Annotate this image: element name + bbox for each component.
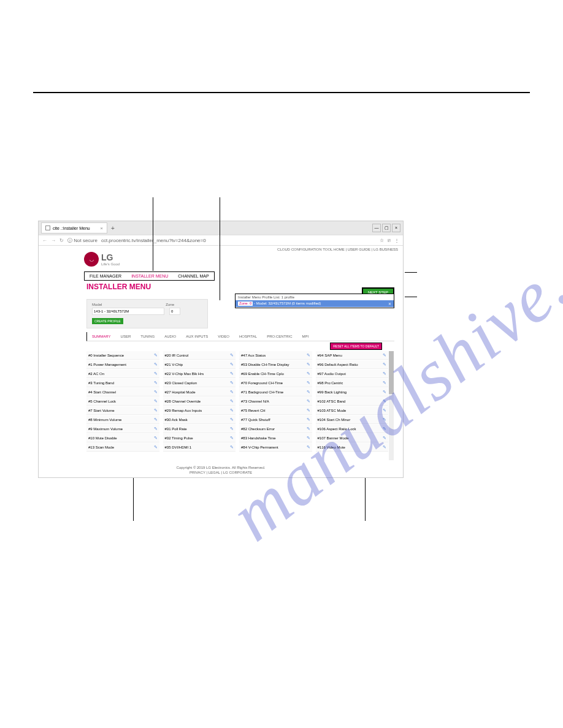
settings-item[interactable]: #13 Scan Mode✎ [86, 443, 159, 452]
settings-item[interactable]: #82 Checksum Error✎ [239, 425, 312, 433]
settings-item[interactable]: #22 V-Chip Max Blk Hrs✎ [163, 370, 236, 378]
tab-audio[interactable]: AUDIO [159, 332, 181, 341]
tab-summary[interactable]: SUMMARY [87, 332, 116, 341]
edit-icon[interactable]: ✎ [230, 445, 234, 450]
settings-item[interactable]: #77 Quick Shutoff✎ [239, 415, 312, 424]
settings-item[interactable]: #47 Aux Status✎ [239, 351, 312, 360]
edit-icon[interactable]: ✎ [230, 381, 234, 385]
settings-item[interactable]: #98 Pro:Centric✎ [316, 379, 389, 387]
edit-icon[interactable]: ✎ [230, 436, 234, 441]
edit-icon[interactable]: ✎ [230, 417, 234, 422]
settings-item[interactable]: #104 Start Ch Minor✎ [316, 415, 389, 424]
edit-icon[interactable]: ✎ [230, 371, 234, 376]
edit-icon[interactable]: ✎ [307, 371, 310, 376]
nav-channel-map[interactable]: CHANNEL MAP [173, 272, 213, 280]
profile-list-entry[interactable]: Zone: 0 - Model: 32/43LT572M (0 items mo… [236, 300, 394, 307]
edit-icon[interactable]: ✎ [383, 408, 386, 413]
settings-item[interactable]: #35 DVI/HDMI 1✎ [163, 443, 236, 452]
edit-icon[interactable]: ✎ [154, 436, 158, 441]
settings-item[interactable]: #4 Start Channel✎ [86, 388, 159, 396]
tab-hospital[interactable]: HOSPITAL [234, 332, 262, 341]
reload-icon[interactable]: ↻ [59, 238, 64, 243]
model-input[interactable] [92, 308, 164, 315]
browser-tab[interactable]: cite .:Installer Menu × [41, 222, 107, 233]
reset-all-button[interactable]: RESET ALL ITEMS TO DEFAULT [330, 343, 382, 350]
settings-item[interactable]: #107 Banner Mode✎ [316, 434, 389, 442]
settings-item[interactable]: #30 Ack Mask✎ [163, 415, 236, 424]
edit-icon[interactable]: ✎ [383, 362, 386, 367]
maximize-icon[interactable]: ▢ [382, 224, 391, 232]
settings-item[interactable]: #28 Channel Override✎ [163, 397, 236, 406]
header-links[interactable]: CLOUD CONFIGURATION TOOL HOME | USER GUI… [277, 248, 398, 251]
back-icon[interactable]: ← [42, 238, 47, 243]
settings-item[interactable]: #99 Back Lighting✎ [316, 388, 389, 396]
edit-icon[interactable]: ✎ [154, 445, 158, 450]
settings-item[interactable]: #9 Maximum Volume✎ [86, 425, 159, 433]
settings-item[interactable]: #84 V-Chip Permanent✎ [239, 443, 312, 452]
tab-mpi[interactable]: MPI [297, 332, 314, 341]
close-window-icon[interactable]: × [392, 224, 400, 232]
settings-item[interactable]: #106 Aspect Ratio Lock✎ [316, 425, 389, 433]
nav-installer-menu[interactable]: INSTALLER MENU [126, 272, 173, 280]
edit-icon[interactable]: ✎ [383, 371, 386, 376]
edit-icon[interactable]: ✎ [154, 408, 158, 413]
scrollbar[interactable] [389, 351, 394, 460]
edit-icon[interactable]: ✎ [154, 427, 158, 431]
edit-icon[interactable]: ✎ [307, 427, 310, 431]
settings-item[interactable]: #32 Timing Pulse✎ [163, 434, 236, 442]
settings-item[interactable]: #10 Mute Disable✎ [86, 434, 159, 442]
delete-icon[interactable]: ✕ [388, 301, 391, 306]
profile-icon[interactable]: ⎚ [388, 238, 391, 243]
settings-item[interactable]: #1 Power Management✎ [86, 360, 159, 369]
edit-icon[interactable]: ✎ [154, 399, 158, 404]
settings-item[interactable]: #73 Channel N/A✎ [239, 397, 312, 406]
zone-input[interactable] [169, 308, 180, 315]
settings-item[interactable]: #53 Disable CH-Time Display✎ [239, 360, 312, 369]
edit-icon[interactable]: ✎ [230, 390, 234, 395]
edit-icon[interactable]: ✎ [383, 390, 386, 395]
settings-item[interactable]: #116 Video Mute✎ [316, 443, 389, 452]
edit-icon[interactable]: ✎ [154, 390, 158, 395]
edit-icon[interactable]: ✎ [383, 381, 386, 385]
settings-item[interactable]: #20 IR Control✎ [163, 351, 236, 360]
edit-icon[interactable]: ✎ [307, 408, 310, 413]
settings-item[interactable]: #0 Installer Sequence✎ [86, 351, 159, 360]
edit-icon[interactable]: ✎ [154, 417, 158, 422]
edit-icon[interactable]: ✎ [307, 445, 310, 450]
settings-item[interactable]: #70 Foreground CH-Time✎ [239, 379, 312, 387]
settings-item[interactable]: #103 ATSC Mode✎ [316, 406, 389, 415]
edit-icon[interactable]: ✎ [307, 417, 310, 422]
settings-item[interactable]: #96 Default Aspect Ratio✎ [316, 360, 389, 369]
settings-item[interactable]: #5 Channel Lock✎ [86, 397, 159, 406]
settings-item[interactable]: #3 Tuning Band✎ [86, 379, 159, 387]
settings-item[interactable]: #31 Poll Rate✎ [163, 425, 236, 433]
settings-item[interactable]: #102 ATSC Band✎ [316, 397, 389, 406]
edit-icon[interactable]: ✎ [307, 399, 310, 404]
settings-item[interactable]: #97 Audio Output✎ [316, 370, 389, 378]
edit-icon[interactable]: ✎ [383, 353, 386, 358]
edit-icon[interactable]: ✎ [230, 362, 234, 367]
edit-icon[interactable]: ✎ [383, 417, 386, 422]
edit-icon[interactable]: ✎ [307, 353, 310, 358]
edit-icon[interactable]: ✎ [230, 353, 234, 358]
settings-item[interactable]: #27 Hospital Mode✎ [163, 388, 236, 396]
edit-icon[interactable]: ✎ [154, 371, 158, 376]
edit-icon[interactable]: ✎ [154, 381, 158, 385]
tab-aux-inputs[interactable]: AUX INPUTS [181, 332, 213, 341]
settings-item[interactable]: #8 Minimum Volume✎ [86, 415, 159, 424]
new-tab-button[interactable]: + [107, 225, 118, 232]
settings-item[interactable]: #83 Handshake Time✎ [239, 434, 312, 442]
settings-item[interactable]: #29 Remap Aux Inputs✎ [163, 406, 236, 415]
edit-icon[interactable]: ✎ [383, 436, 386, 441]
edit-icon[interactable]: ✎ [154, 362, 158, 367]
edit-icon[interactable]: ✎ [307, 436, 310, 441]
edit-icon[interactable]: ✎ [230, 408, 234, 413]
edit-icon[interactable]: ✎ [230, 399, 234, 404]
settings-item[interactable]: #69 Enable CH-Time Cplo✎ [239, 370, 312, 378]
star-icon[interactable]: ☆ [380, 238, 384, 243]
tab-tuning[interactable]: TUNING [136, 332, 159, 341]
edit-icon[interactable]: ✎ [230, 427, 234, 431]
edit-icon[interactable]: ✎ [307, 390, 310, 395]
minimize-icon[interactable]: — [372, 224, 381, 232]
edit-icon[interactable]: ✎ [383, 445, 386, 450]
